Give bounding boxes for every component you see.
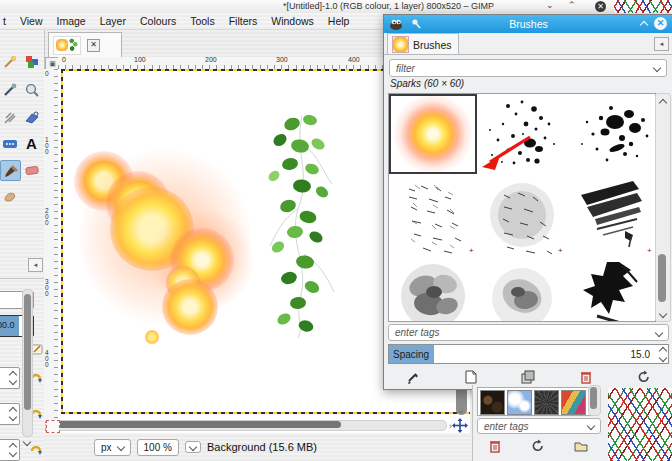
reset-option-icon[interactable] — [30, 443, 43, 455]
flip-icon[interactable] — [22, 108, 41, 127]
zoom-select[interactable]: 100 % — [137, 439, 179, 456]
unit-select[interactable]: px — [94, 439, 131, 456]
pattern-dark-mottled[interactable] — [480, 390, 505, 415]
toolbox-menu-button[interactable]: ◂ — [28, 258, 43, 272]
brush-sparks[interactable] — [389, 94, 477, 174]
scroll-down-icon[interactable] — [24, 435, 30, 447]
pattern-list — [477, 387, 593, 416]
quickmask-toggle[interactable] — [46, 420, 60, 433]
brush-chalk-round[interactable] — [478, 175, 566, 255]
layer-boundary-left — [61, 69, 63, 413]
toolbox: A ◂ 00.0 — [0, 30, 45, 461]
vertical-ruler: 0 100 200 300 400 500 — [44, 69, 59, 433]
brush-overflow-plus: + — [647, 246, 652, 255]
restore-icon[interactable]: ⌄ — [546, 0, 554, 10]
eraser-icon[interactable] — [22, 160, 41, 179]
spacing-slider[interactable]: Spacing 15.0 — [388, 344, 669, 364]
text-icon[interactable]: A — [22, 134, 41, 153]
brush-filter-input[interactable]: filter — [389, 59, 667, 77]
menu-item-windows[interactable]: Windows — [271, 15, 314, 27]
image-tab-close-icon[interactable]: ✕ — [87, 39, 100, 52]
image-tab[interactable]: ✕ — [48, 32, 122, 57]
pattern-blue-sky-clouds[interactable] — [507, 390, 532, 415]
ivy-leaves — [267, 114, 331, 334]
brushes-dialog-title: Brushes — [384, 18, 672, 30]
spacing-label: Spacing — [393, 349, 429, 360]
brushes-dialog: Brushes ✕ Brushes ◂ filter Sparks (60 × … — [383, 14, 672, 390]
pattern-colourful-abstract[interactable] — [561, 390, 586, 415]
brush-grid-scroll-thumb[interactable] — [658, 254, 666, 302]
sparks-brush-icon — [392, 36, 409, 53]
menu-item-tools[interactable]: Tools — [190, 15, 215, 27]
spacing-spinner[interactable] — [660, 345, 666, 363]
pattern-preview-window — [608, 388, 672, 461]
colour-picker-icon[interactable] — [0, 80, 19, 99]
navigation-cross-icon[interactable] — [452, 418, 468, 433]
menu-item-filters[interactable]: Filters — [229, 15, 258, 27]
menu-item-image[interactable]: Image — [57, 15, 86, 27]
selected-brush-label: Sparks (60 × 60) — [390, 78, 464, 89]
hscroll-thumb[interactable] — [58, 421, 341, 428]
open-pattern-folder-icon[interactable] — [571, 438, 591, 454]
menu-item-partial[interactable]: t — [3, 15, 6, 27]
brushes-tab-label: Brushes — [413, 39, 452, 51]
window-titlebar[interactable]: *[Untitled]-1.0 (RGB colour, 1 layer) 80… — [0, 0, 672, 14]
smudge-icon[interactable] — [0, 186, 19, 205]
brush-chalk-texture[interactable] — [389, 175, 477, 255]
zoom-icon[interactable] — [22, 80, 41, 99]
spark-blob — [145, 330, 159, 344]
brush-overflow-plus: + — [558, 246, 563, 255]
brushes-dialog-titlebar[interactable]: Brushes ✕ — [384, 15, 672, 33]
minimize-icon[interactable]: ⌃ — [568, 0, 576, 10]
paintbrush-icon[interactable] — [0, 160, 21, 181]
ivy-thumb-icon — [69, 38, 78, 52]
status-message: Background (15.6 MB) — [207, 441, 317, 453]
menu-item-layer[interactable]: Layer — [100, 15, 126, 27]
brush-acrylic-dark[interactable] — [567, 256, 655, 322]
edit-brush-icon[interactable] — [403, 369, 423, 385]
pattern-dark-noise[interactable] — [534, 390, 559, 415]
brush-dried-structure[interactable] — [567, 175, 655, 255]
close-icon[interactable]: ✕ — [595, 1, 606, 12]
brushes-tab[interactable]: Brushes — [387, 33, 459, 55]
fuzzy-select-icon[interactable] — [0, 52, 19, 71]
option-spinner-1[interactable] — [0, 367, 20, 389]
delete-pattern-icon[interactable] — [485, 438, 505, 454]
new-brush-icon[interactable] — [461, 369, 481, 385]
canvas-hscrollbar[interactable]: ‹ › — [48, 419, 454, 432]
refresh-patterns-icon[interactable] — [528, 438, 548, 454]
ivy-plant — [258, 114, 344, 339]
tool-options-scrollbar[interactable] — [22, 289, 33, 437]
scroll-down-icon[interactable]: ⌄ — [457, 405, 465, 415]
option-spinner-2[interactable] — [0, 403, 20, 425]
option-spinner-3[interactable] — [0, 439, 20, 461]
spacing-value: 15.0 — [631, 349, 650, 360]
patterns-button-row — [473, 438, 603, 454]
duplicate-brush-icon[interactable] — [518, 369, 538, 385]
brush-tags-input[interactable]: enter tags — [388, 324, 669, 341]
refresh-brushes-icon[interactable] — [634, 369, 654, 385]
brushes-button-row — [384, 367, 672, 387]
spark-thumb-icon — [56, 39, 68, 51]
menu-item-view[interactable]: View — [20, 15, 43, 27]
brush-splatter-large[interactable] — [567, 94, 655, 174]
brush-splatter-small[interactable] — [478, 94, 566, 174]
brush-smudge-soft[interactable] — [478, 256, 566, 322]
patterns-dock: enter tags — [472, 385, 609, 461]
menu-item-colours[interactable]: Colours — [140, 15, 176, 27]
window-title: *[Untitled]-1.0 (RGB colour, 1 layer) 80… — [283, 1, 494, 11]
paths-icon[interactable] — [0, 108, 19, 127]
brush-grid-scrollbar[interactable] — [655, 93, 671, 322]
tab-menu-button[interactable]: ◂ — [654, 37, 669, 51]
spark-blob — [162, 279, 218, 335]
brush-smudge-flower[interactable] — [389, 256, 477, 322]
delete-brush-icon[interactable] — [576, 369, 596, 385]
collapse-icon[interactable] — [641, 18, 647, 30]
select-by-colour-icon[interactable] — [22, 52, 41, 71]
dialog-close-icon[interactable]: ✕ — [654, 17, 667, 30]
pattern-window-top-sliver — [614, 0, 672, 13]
zoom-dropdown-icon[interactable] — [185, 441, 201, 453]
ink-icon[interactable] — [0, 134, 19, 153]
menu-item-help[interactable]: Help — [328, 15, 350, 27]
pattern-tags-input[interactable]: enter tags — [477, 418, 601, 434]
